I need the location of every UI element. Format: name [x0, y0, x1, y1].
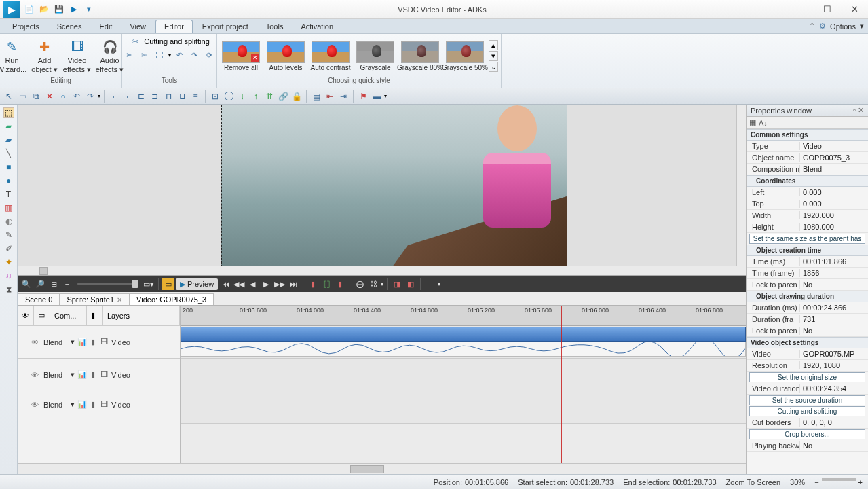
qat-save-icon[interactable]: 💾 — [53, 3, 65, 16]
mb-fit-icon[interactable]: ⛶ — [223, 90, 235, 103]
prop-left[interactable]: 0.000 — [799, 188, 868, 196]
scissors-icon[interactable]: ✂ — [129, 35, 141, 48]
status-zoom-in-icon[interactable]: + — [858, 478, 863, 486]
mb-delete-icon[interactable]: ✕ — [43, 90, 56, 103]
menu-editor[interactable]: Editor — [155, 20, 193, 33]
track-row-2[interactable]: 👁 Blend▾ 📊▮🎞 Video — [18, 359, 180, 391]
zoom-fit-icon[interactable]: ⊟ — [48, 278, 60, 290]
rail-text-icon[interactable]: T — [3, 189, 14, 200]
prop-height[interactable]: 1080.000 — [799, 223, 868, 231]
razor-icon[interactable]: ✄ — [138, 49, 151, 61]
style-grayscale-80[interactable]: Grayscale 80% — [399, 41, 441, 71]
az-icon[interactable]: A↓ — [759, 119, 768, 127]
options-label[interactable]: Options — [830, 22, 856, 31]
style-auto-levels[interactable]: Auto levels — [265, 41, 307, 71]
rail-music-icon[interactable]: ♫ — [3, 270, 14, 281]
mb-align1-icon[interactable]: ⫠ — [108, 90, 120, 103]
rail-rect-icon[interactable]: ■ — [3, 162, 14, 173]
sect-common[interactable]: Common settings — [747, 129, 868, 141]
maximize-button[interactable]: ☐ — [814, 1, 841, 18]
menu-export[interactable]: Export project — [194, 20, 257, 33]
pin-icon[interactable]: ▫ — [853, 106, 856, 115]
rail-picker-icon[interactable]: ✐ — [3, 243, 14, 254]
play-icon[interactable]: ▶ — [260, 278, 272, 290]
tab-video[interactable]: Video: GOPR0075_3 — [129, 293, 214, 305]
mb-color-icon[interactable]: ▬ — [371, 90, 383, 103]
mb-doc-icon[interactable]: ▭ — [16, 90, 29, 103]
rail-line-icon[interactable]: ╲ — [3, 148, 14, 159]
menu-projects[interactable]: Projects — [4, 20, 48, 33]
step-fwd-icon[interactable]: ▶▶ — [273, 278, 286, 290]
mb-upup-icon[interactable]: ⇈ — [263, 90, 276, 103]
cut-tool-icon[interactable]: ✂ — [124, 49, 136, 61]
mb-circle-icon[interactable]: ○ — [57, 90, 69, 103]
split-icon[interactable]: ⨁ — [354, 278, 366, 290]
last-frame-icon[interactable]: ⏭ — [287, 278, 299, 290]
style-scroll-down-icon[interactable]: ▾ — [489, 51, 498, 61]
set-parent-size-button[interactable]: Set the same size as the parent has — [749, 234, 865, 244]
marker2-icon[interactable]: ⟦⟧ — [320, 278, 333, 290]
prop-composition-mode[interactable]: Blend — [799, 165, 868, 173]
set-original-size-button[interactable]: Set the original size — [749, 372, 865, 382]
video-effects-button[interactable]: 🎞Video effects ▾ — [62, 37, 92, 76]
mb-arrow-icon[interactable]: ↖ — [3, 90, 15, 103]
lock-header-icon[interactable]: ▭ — [34, 306, 50, 325]
rail-chart-icon[interactable]: ▥ — [3, 202, 14, 213]
menu-scenes[interactable]: Scenes — [49, 20, 90, 33]
mb-indent-icon[interactable]: ⇥ — [337, 90, 350, 103]
sect-video-obj[interactable]: Video object settings — [747, 337, 868, 348]
options-dropdown-icon[interactable]: ▾ — [860, 22, 864, 31]
preview-button[interactable]: ▶Preview — [176, 278, 218, 290]
run-wizard-button[interactable]: ✎Run Wizard... — [0, 37, 27, 76]
qat-play-icon[interactable]: ▶ — [68, 3, 80, 16]
prop-object-name[interactable]: GOPR0075_3 — [799, 153, 868, 162]
wave-icon[interactable]: 📊 — [77, 338, 87, 346]
track-area[interactable]: 200 01:03.600 01:04.000 01:04.400 01:04.… — [181, 306, 746, 463]
prop-width[interactable]: 1920.000 — [799, 211, 868, 219]
link2-icon[interactable]: ⛓ — [367, 278, 379, 290]
options-gear-icon[interactable]: ⚙ — [819, 22, 826, 31]
preview-hscroll[interactable] — [18, 266, 746, 275]
cutting-splitting-button[interactable]: Cutting and splitting — [749, 406, 865, 416]
prop-video[interactable]: GOPR0075.MP — [799, 350, 868, 358]
mb-redo-icon[interactable]: ↷ — [84, 90, 96, 103]
mb-align2-icon[interactable]: ⫟ — [121, 90, 134, 103]
video-clip[interactable] — [181, 327, 746, 342]
rail-image-icon[interactable]: ▰ — [3, 121, 14, 132]
prev-frame-icon[interactable]: ◀◀ — [233, 278, 245, 290]
mb-list-icon[interactable]: ▤ — [310, 90, 322, 103]
rotate-more-icon[interactable]: ⟳ — [204, 49, 216, 61]
status-zoom-value[interactable]: 30% — [790, 478, 805, 486]
style-remove-all[interactable]: ✕Remove all — [220, 41, 262, 71]
style-expand-icon[interactable]: ⌄ — [489, 62, 498, 72]
eye-icon[interactable]: 👁 — [31, 338, 41, 346]
time-ruler[interactable]: 200 01:03.600 01:04.000 01:04.400 01:04.… — [181, 306, 746, 326]
mb-align5-icon[interactable]: ⊓ — [162, 90, 174, 103]
status-zoom-label[interactable]: Zoom To Screen — [726, 478, 781, 486]
mb-center-icon[interactable]: ⊡ — [209, 90, 221, 103]
prop-lock-parent-2[interactable]: No — [799, 327, 868, 335]
cutting-splitting-label[interactable]: Cutting and splitting — [144, 37, 210, 46]
mb-align6-icon[interactable]: ⊔ — [176, 90, 188, 103]
rotate-ccw-icon[interactable]: ↶ — [174, 49, 186, 61]
menu-edit[interactable]: Edit — [91, 20, 120, 33]
prop-playing-backward[interactable]: No — [799, 441, 868, 450]
set-source-duration-button[interactable]: Set the source duration — [749, 395, 865, 405]
menu-tools[interactable]: Tools — [258, 20, 292, 33]
mb-undo-icon[interactable]: ↶ — [71, 90, 83, 103]
rotate-cw-icon[interactable]: ↷ — [189, 49, 201, 61]
first-frame-icon[interactable]: ⏮ — [219, 278, 231, 290]
marker3-icon[interactable]: ▮ — [334, 278, 346, 290]
mb-align3-icon[interactable]: ⊏ — [135, 90, 147, 103]
sect-drawing[interactable]: Object drawing duration — [747, 291, 868, 302]
qat-more-icon[interactable]: ▾ — [83, 3, 95, 16]
preview-canvas[interactable] — [221, 105, 567, 270]
mb-lock-icon[interactable]: 🔒 — [290, 90, 303, 103]
zoom-in-icon[interactable]: 🔍 — [20, 278, 33, 290]
preview-vscroll[interactable] — [736, 105, 746, 266]
film-small-icon[interactable]: 🎞 — [99, 338, 109, 346]
mb-copy-icon[interactable]: ⧉ — [30, 90, 42, 103]
menu-view[interactable]: View — [121, 20, 154, 33]
mb-flag-icon[interactable]: ⚑ — [357, 90, 369, 103]
track-row-3[interactable]: 👁 Blend▾ 📊▮🎞 Video — [18, 391, 180, 418]
